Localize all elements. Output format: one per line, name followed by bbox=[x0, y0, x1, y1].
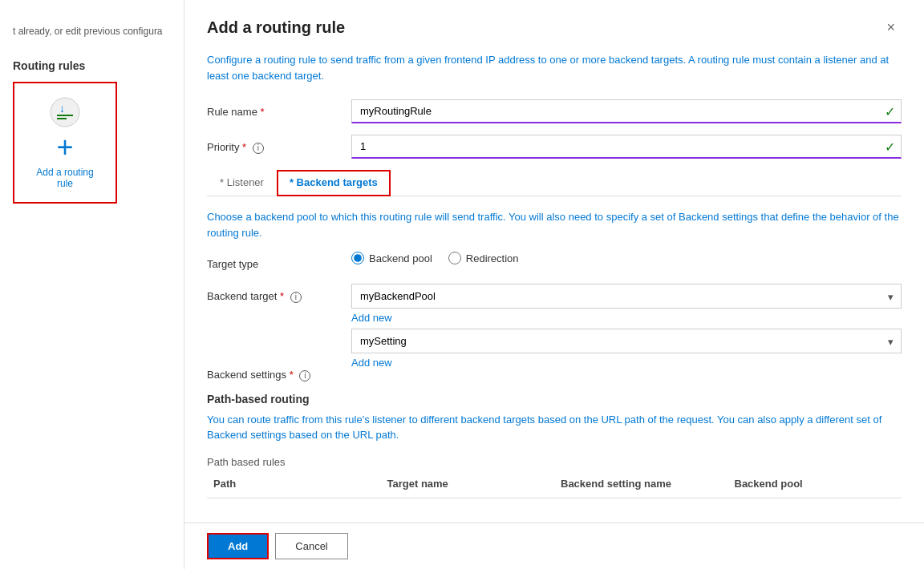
check-icon: ✓ bbox=[885, 104, 895, 119]
close-button[interactable]: × bbox=[880, 16, 902, 39]
add-new-backend-link[interactable]: Add new bbox=[351, 312, 902, 324]
dialog-description: Configure a routing rule to send traffic… bbox=[207, 52, 902, 83]
rule-name-field: ✓ bbox=[351, 99, 902, 123]
path-based-rules-label: Path based rules bbox=[207, 456, 902, 468]
routing-rules-title: Routing rules bbox=[13, 59, 171, 72]
target-type-radio-group: Backend pool Redirection bbox=[351, 252, 902, 264]
target-type-label: Target type bbox=[207, 252, 351, 270]
priority-label: Priority * i bbox=[207, 135, 351, 154]
dialog-title: Add a routing rule bbox=[207, 18, 345, 37]
backend-settings-select-wrapper: mySetting ▾ bbox=[351, 329, 902, 353]
priority-input-wrapper: ✓ bbox=[351, 135, 902, 159]
col-path: Path bbox=[207, 474, 381, 493]
svg-point-0 bbox=[51, 98, 79, 127]
routing-icon-container: ↓ bbox=[49, 96, 81, 128]
priority-required: * bbox=[242, 141, 246, 153]
path-routing-section: Path-based routing You can route traffic… bbox=[207, 393, 902, 498]
priority-check-icon: ✓ bbox=[885, 139, 895, 155]
radio-redirection[interactable]: Redirection bbox=[448, 252, 519, 264]
rule-name-label: Rule name * bbox=[207, 99, 351, 118]
plus-icon: + bbox=[56, 133, 73, 162]
close-icon: × bbox=[886, 19, 895, 35]
add-button[interactable]: Add bbox=[207, 533, 269, 559]
backend-settings-info-icon[interactable]: i bbox=[299, 370, 310, 381]
priority-input[interactable] bbox=[351, 135, 902, 159]
col-backend-setting: Backend setting name bbox=[554, 474, 728, 493]
path-routing-desc: You can route traffic from this rule's l… bbox=[207, 412, 902, 443]
svg-text:↓: ↓ bbox=[59, 102, 65, 115]
radio-backend-pool[interactable]: Backend pool bbox=[351, 252, 432, 264]
radio-backend-pool-input[interactable] bbox=[351, 252, 364, 264]
rule-name-input-wrapper: ✓ bbox=[351, 99, 902, 123]
priority-row: Priority * i ✓ bbox=[207, 135, 902, 159]
dialog-header: Add a routing rule × bbox=[184, 0, 924, 52]
radio-redirection-label: Redirection bbox=[466, 252, 519, 264]
target-type-field: Backend pool Redirection bbox=[351, 252, 902, 272]
add-routing-rule-label: Add a routingrule bbox=[36, 167, 93, 189]
path-routing-title: Path-based routing bbox=[207, 393, 902, 406]
rule-name-row: Rule name * ✓ bbox=[207, 99, 902, 123]
backend-target-field: myBackendPool ▾ Add new mySetting ▾ Add … bbox=[351, 284, 902, 373]
sidebar-description: t already, or edit previous configura bbox=[0, 16, 184, 46]
target-type-row: Target type Backend pool Redirection bbox=[207, 252, 902, 272]
col-backend-pool: Backend pool bbox=[728, 474, 902, 493]
table-header: Path Target name Backend setting name Ba… bbox=[207, 474, 902, 498]
tab-bar: * Listener * Backend targets bbox=[207, 170, 902, 196]
routing-icon: ↓ bbox=[49, 96, 81, 128]
backend-section-description: Choose a backend pool to which this rout… bbox=[207, 209, 902, 240]
priority-info-icon[interactable]: i bbox=[253, 143, 264, 154]
dialog-body: Configure a routing rule to send traffic… bbox=[184, 52, 924, 523]
rule-name-input[interactable] bbox=[351, 99, 902, 123]
backend-target-select-wrapper: myBackendPool ▾ bbox=[351, 284, 902, 309]
priority-field: ✓ bbox=[351, 135, 902, 159]
radio-redirection-input[interactable] bbox=[448, 252, 461, 264]
backend-target-label: Backend target * i bbox=[207, 284, 351, 303]
backend-settings-select[interactable]: mySetting bbox=[351, 329, 902, 353]
backend-target-row: Backend target * i myBackendPool ▾ Add n… bbox=[207, 284, 902, 373]
add-routing-rule-button[interactable]: ↓ + Add a routingrule bbox=[13, 82, 117, 204]
col-target-name: Target name bbox=[381, 474, 555, 493]
sidebar: t already, or edit previous configura Ro… bbox=[0, 0, 184, 569]
required-indicator: * bbox=[261, 106, 265, 118]
tab-listener[interactable]: * Listener bbox=[207, 170, 277, 196]
routing-rules-section: Routing rules ↓ + Add a routingrule bbox=[0, 46, 184, 216]
dialog-footer: Add Cancel bbox=[184, 523, 924, 569]
add-routing-rule-dialog: Add a routing rule × Configure a routing… bbox=[184, 0, 924, 569]
main-panel: Add a routing rule × Configure a routing… bbox=[184, 0, 924, 569]
tab-backend-targets[interactable]: * Backend targets bbox=[277, 170, 391, 196]
add-new-settings-link[interactable]: Add new bbox=[351, 357, 902, 369]
radio-backend-pool-label: Backend pool bbox=[369, 252, 432, 264]
cancel-button[interactable]: Cancel bbox=[275, 533, 347, 559]
backend-target-select[interactable]: myBackendPool bbox=[351, 284, 902, 309]
backend-target-info-icon[interactable]: i bbox=[290, 292, 302, 303]
